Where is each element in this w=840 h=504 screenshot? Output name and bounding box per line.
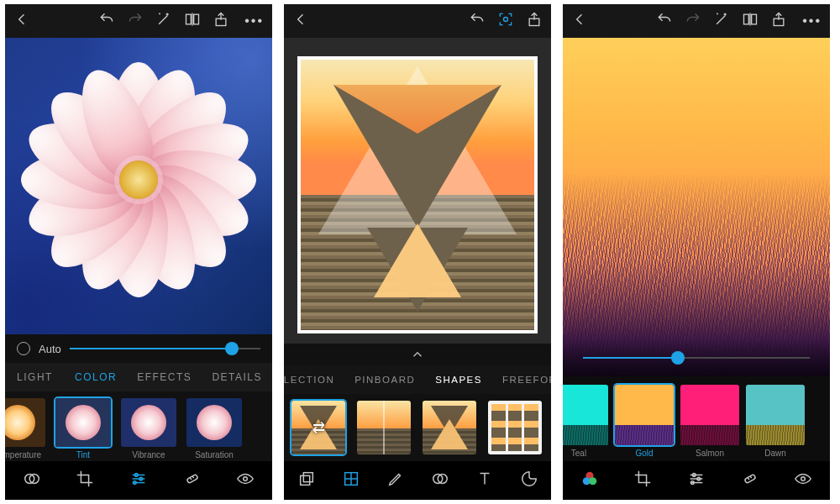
preset-label: Vibrance [132,450,165,459]
svg-point-31 [589,477,596,485]
redo-icon[interactable] [127,11,144,31]
svg-rect-18 [300,475,309,485]
shape-preset-shuffle[interactable]: ⇄ [289,401,348,454]
back-icon[interactable] [571,11,588,31]
svg-rect-0 [186,14,192,24]
collapse-panel-button[interactable] [284,344,551,365]
image-canvas[interactable] [5,38,272,334]
back-icon[interactable] [13,11,30,31]
preset-label: Dawn [764,449,786,458]
svg-rect-19 [303,473,312,482]
share-icon[interactable] [770,11,787,31]
svg-rect-1 [194,14,199,24]
tab-color[interactable]: COLOR [65,371,127,383]
svg-line-40 [750,476,752,478]
look-salmon[interactable]: Salmon [680,385,739,458]
layers-icon[interactable] [297,470,316,491]
compare-icon[interactable] [742,11,759,31]
preset-saturation[interactable]: Saturation [185,398,244,459]
collage-grid-icon[interactable] [342,470,360,491]
svg-point-41 [801,477,806,481]
preset-tint[interactable]: Tint [54,398,113,459]
overlap-circles-icon[interactable] [431,470,449,491]
shape-preset-hourglass[interactable] [420,401,479,454]
look-gold[interactable]: Gold [615,385,674,458]
magic-wand-icon[interactable] [713,11,730,31]
shape-presets-strip[interactable]: ⇄ [284,394,551,461]
image-canvas[interactable] [284,38,551,344]
pencil-icon[interactable] [386,470,405,491]
magic-wand-icon[interactable] [155,11,172,31]
preset-vibrance[interactable]: Vibrance [119,398,178,459]
heal-icon[interactable] [183,470,202,491]
compare-icon[interactable] [184,11,201,31]
eye-icon[interactable] [236,470,255,491]
look-teal[interactable]: Teal [563,385,608,458]
svg-rect-25 [744,14,749,24]
auto-toggle[interactable] [17,342,30,355]
preset-label: Salmon [696,449,724,458]
adjust-category-tabs: LIGHT COLOR EFFECTS DETAILS [5,363,272,391]
svg-rect-38 [744,474,756,483]
shape-preset-mirror[interactable] [354,401,413,454]
screen-shapes-collage: REFLECTION PINBOARD SHAPES FREEFORMS ⇄ [284,4,551,500]
top-toolbar: ••• [5,4,272,38]
look-dawn[interactable]: Dawn [746,385,805,458]
crop-icon[interactable] [76,470,94,491]
tab-effects[interactable]: EFFECTS [127,371,202,383]
tab-reflection[interactable]: REFLECTION [284,375,341,385]
tab-details[interactable]: DETAILS [202,371,272,383]
adjust-slider[interactable] [70,348,260,349]
bottom-toolbar [563,461,830,500]
focus-frame-icon[interactable] [497,11,514,31]
text-icon[interactable] [475,470,494,491]
svg-rect-12 [186,474,198,483]
intensity-slider[interactable] [583,357,810,359]
undo-icon[interactable] [656,11,673,31]
preset-label: Gold [635,449,653,458]
preset-label: Saturation [195,450,234,459]
eye-icon[interactable] [794,470,812,491]
sliders-icon[interactable] [687,470,706,491]
shape-preset-strips[interactable] [486,401,544,454]
overlap-circles-icon[interactable] [580,470,599,491]
redo-icon[interactable] [685,11,701,31]
overlap-circles-icon[interactable] [23,470,41,491]
svg-line-39 [748,478,749,480]
preset-temperature[interactable]: Temperature [5,398,47,459]
screen-looks-filter: ••• TealGoldSalmonDawn [563,4,830,500]
image-canvas[interactable] [563,38,830,376]
screen-color-adjust: ••• Auto LIGHT COLOR EFFECTS DETAILS Tem… [5,4,272,500]
auto-label: Auto [39,343,61,355]
share-icon[interactable] [213,11,229,31]
sliders-icon[interactable] [129,470,148,491]
layout-category-tabs: REFLECTION PINBOARD SHAPES FREEFORMS [284,365,551,394]
back-icon[interactable] [292,11,309,31]
preset-label: Tint [76,450,90,459]
tab-pinboard[interactable]: PINBOARD [348,375,422,385]
svg-rect-26 [752,14,757,24]
color-presets-strip[interactable]: TemperatureTintVibranceSaturation [5,391,272,461]
slider-thumb[interactable] [225,342,239,355]
tab-shapes[interactable]: SHAPES [428,375,489,385]
slider-thumb[interactable] [671,351,685,365]
preset-label: Temperature [5,450,41,459]
svg-point-15 [244,477,248,481]
top-toolbar: ••• [563,4,830,38]
more-icon[interactable]: ••• [241,13,264,29]
undo-icon[interactable] [98,11,115,31]
svg-point-16 [504,18,508,22]
more-icon[interactable]: ••• [799,13,822,29]
looks-presets-strip[interactable]: TealGoldSalmonDawn [563,376,830,461]
preset-label: Teal [571,449,586,458]
crop-icon[interactable] [633,470,652,491]
sticker-icon[interactable] [520,470,538,491]
bottom-toolbar [5,461,272,500]
tab-light[interactable]: LIGHT [5,371,65,383]
heal-icon[interactable] [741,470,759,491]
svg-line-13 [190,478,192,480]
undo-icon[interactable] [469,11,486,31]
share-icon[interactable] [526,11,543,31]
adjust-slider-row: Auto [5,334,272,363]
tab-freeforms[interactable]: FREEFORMS [496,375,551,385]
